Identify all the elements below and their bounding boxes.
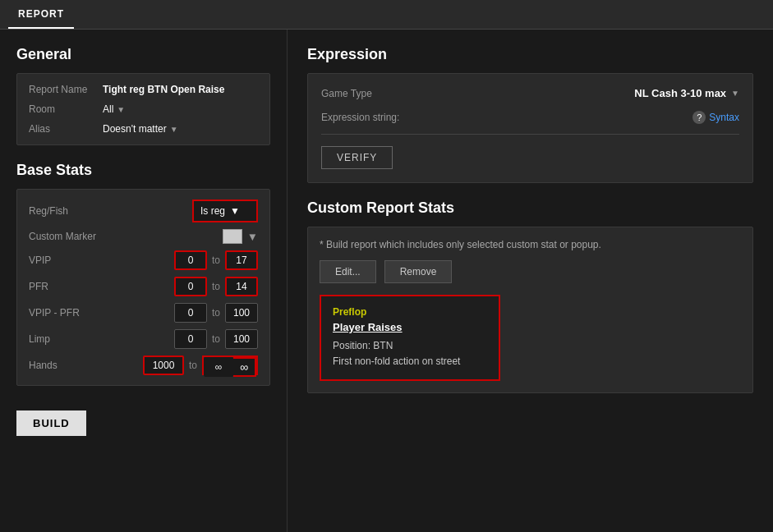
hands-max-input[interactable] — [204, 357, 233, 377]
build-button-container: BUILD — [16, 402, 270, 436]
pfr-row: PFR to — [29, 277, 258, 296]
report-tab[interactable]: REPORT — [8, 0, 74, 29]
custom-marker-label: Custom Marker — [29, 231, 103, 242]
custom-stats-title: Custom Report Stats — [307, 200, 753, 217]
custom-marker-row: Custom Marker ▼ — [29, 229, 258, 244]
reg-fish-controls: Is reg ▼ — [192, 200, 258, 222]
room-arrow-icon: ▼ — [117, 105, 125, 114]
alias-arrow-icon: ▼ — [170, 125, 178, 134]
general-box: Report Name Tight reg BTN Open Raise Roo… — [16, 73, 270, 145]
marker-dropdown-btn[interactable]: ▼ — [247, 231, 258, 243]
general-section: General Report Name Tight reg BTN Open R… — [16, 46, 270, 145]
syntax-link[interactable]: ? Syntax — [692, 111, 739, 124]
pfr-min-input[interactable] — [174, 277, 207, 296]
vpip-pfr-to: to — [212, 307, 220, 319]
marker-color-box[interactable] — [223, 229, 242, 244]
build-button[interactable]: BUILD — [16, 410, 86, 436]
stat-card-category: Preflop — [333, 306, 487, 318]
game-type-value: NL Cash 3-10 max — [634, 87, 726, 99]
hands-label: Hands — [29, 360, 103, 371]
pfr-controls: to — [174, 277, 258, 296]
verify-button[interactable]: VERIFY — [321, 146, 393, 169]
vpip-pfr-max-input[interactable] — [225, 303, 258, 323]
hands-to: to — [189, 360, 197, 371]
game-type-arrow-icon: ▼ — [731, 89, 739, 98]
infinity-icon: ∞ — [233, 357, 256, 377]
report-name-value: Tight reg BTN Open Raise — [103, 84, 224, 95]
remove-button[interactable]: Remove — [384, 260, 453, 283]
vpip-to: to — [212, 255, 220, 266]
alias-row: Alias Doesn't matter ▼ — [29, 123, 258, 135]
custom-stats-box: * Build report which includes only selec… — [307, 227, 753, 393]
limp-to: to — [212, 333, 220, 345]
expression-section: Expression Game Type NL Cash 3-10 max ▼ … — [307, 46, 753, 183]
room-value: All — [103, 103, 113, 115]
game-type-label: Game Type — [321, 88, 420, 99]
custom-marker-controls: ▼ — [223, 229, 258, 244]
expression-box: Game Type NL Cash 3-10 max ▼ Expression … — [307, 73, 753, 183]
game-type-value-container: NL Cash 3-10 max ▼ — [634, 87, 739, 99]
right-panel: Expression Game Type NL Cash 3-10 max ▼ … — [288, 30, 773, 532]
main-container: General Report Name Tight reg BTN Open R… — [0, 30, 773, 532]
alias-label: Alias — [29, 123, 103, 135]
stat-card[interactable]: Preflop Player Raises Position: BTN Firs… — [320, 295, 500, 381]
hands-min-input[interactable] — [143, 355, 184, 375]
vpip-max-input[interactable] — [225, 250, 258, 270]
hands-row: Hands to ∞ — [29, 355, 258, 375]
reg-fish-row: Reg/Fish Is reg ▼ — [29, 200, 258, 222]
base-stats-title: Base Stats — [16, 162, 270, 179]
action-buttons: Edit... Remove — [320, 260, 741, 283]
vpip-min-input[interactable] — [174, 250, 207, 270]
pfr-max-input[interactable] — [225, 277, 258, 296]
report-name-label: Report Name — [29, 84, 103, 95]
vpip-pfr-controls: to — [174, 303, 258, 323]
expression-title: Expression — [307, 46, 753, 63]
reg-fish-arrow-icon: ▼ — [230, 205, 240, 217]
expression-string-label: Expression string: — [321, 112, 420, 123]
vpip-row: VPIP to — [29, 250, 258, 270]
question-icon: ? — [692, 111, 706, 124]
limp-controls: to — [174, 329, 258, 349]
syntax-label: Syntax — [709, 112, 739, 123]
room-label: Room — [29, 103, 103, 115]
report-name-row: Report Name Tight reg BTN Open Raise — [29, 84, 258, 95]
reg-fish-dropdown[interactable]: Is reg ▼ — [192, 200, 258, 222]
reg-fish-value: Is reg — [200, 205, 225, 217]
stat-card-detail-line2: First non-fold action on street — [333, 354, 487, 369]
vpip-pfr-label: VPIP - PFR — [29, 307, 103, 319]
room-dropdown[interactable]: All ▼ — [103, 103, 125, 115]
alias-dropdown[interactable]: Doesn't matter ▼ — [103, 123, 178, 135]
vpip-label: VPIP — [29, 255, 103, 266]
expression-string-row: Expression string: ? Syntax — [321, 111, 739, 135]
alias-value: Doesn't matter — [103, 123, 167, 135]
vpip-controls: to — [174, 250, 258, 270]
vpip-pfr-min-input[interactable] — [174, 303, 207, 323]
limp-row: Limp to — [29, 329, 258, 349]
build-note: * Build report which includes only selec… — [320, 239, 741, 250]
hands-controls: to ∞ — [143, 355, 258, 375]
reg-fish-label: Reg/Fish — [29, 205, 103, 217]
room-row: Room All ▼ — [29, 103, 258, 115]
custom-report-stats-section: Custom Report Stats * Build report which… — [307, 200, 753, 516]
edit-button[interactable]: Edit... — [320, 260, 376, 283]
left-panel: General Report Name Tight reg BTN Open R… — [0, 30, 288, 532]
pfr-to: to — [212, 281, 220, 292]
base-stats-box: Reg/Fish Is reg ▼ Custom Marker ▼ — [16, 189, 270, 386]
tab-bar: REPORT — [0, 0, 773, 30]
limp-max-input[interactable] — [225, 329, 258, 349]
pfr-label: PFR — [29, 281, 103, 292]
base-stats-section: Base Stats Reg/Fish Is reg ▼ Custom Mark… — [16, 162, 270, 386]
game-type-row: Game Type NL Cash 3-10 max ▼ — [321, 87, 739, 99]
limp-min-input[interactable] — [174, 329, 207, 349]
stat-card-detail-line1: Position: BTN — [333, 338, 487, 354]
vpip-pfr-row: VPIP - PFR to — [29, 303, 258, 323]
limp-label: Limp — [29, 333, 103, 345]
general-title: General — [16, 46, 270, 63]
stat-card-name: Player Raises — [333, 321, 487, 333]
